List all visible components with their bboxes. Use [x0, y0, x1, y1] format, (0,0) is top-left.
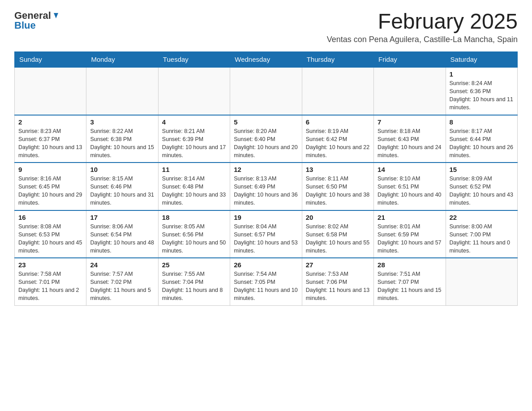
day-info: Sunrise: 8:23 AM Sunset: 6:37 PM Dayligh…	[18, 127, 82, 160]
day-number: 6	[306, 118, 370, 126]
table-row: 19Sunrise: 8:04 AM Sunset: 6:57 PM Dayli…	[230, 210, 302, 258]
calendar-week-row: 23Sunrise: 7:58 AM Sunset: 7:01 PM Dayli…	[15, 258, 518, 305]
table-row: 25Sunrise: 7:55 AM Sunset: 7:04 PM Dayli…	[158, 258, 230, 305]
day-info: Sunrise: 8:01 AM Sunset: 6:59 PM Dayligh…	[378, 223, 442, 255]
day-number: 26	[234, 261, 298, 269]
day-info: Sunrise: 8:20 AM Sunset: 6:40 PM Dayligh…	[234, 127, 298, 160]
day-number: 22	[450, 214, 514, 221]
table-row: 22Sunrise: 8:00 AM Sunset: 7:00 PM Dayli…	[446, 210, 517, 258]
calendar-week-row: 1Sunrise: 8:24 AM Sunset: 6:36 PM Daylig…	[15, 67, 518, 115]
day-number: 24	[90, 261, 154, 269]
table-row: 16Sunrise: 8:08 AM Sunset: 6:53 PM Dayli…	[15, 210, 86, 258]
table-row: 2Sunrise: 8:23 AM Sunset: 6:37 PM Daylig…	[15, 115, 86, 163]
table-row: 7Sunrise: 8:18 AM Sunset: 6:43 PM Daylig…	[374, 115, 446, 163]
day-number: 10	[90, 166, 154, 173]
table-row	[374, 67, 446, 115]
calendar-week-row: 2Sunrise: 8:23 AM Sunset: 6:37 PM Daylig…	[15, 115, 518, 163]
day-number: 13	[306, 166, 370, 173]
col-monday: Monday	[86, 52, 158, 68]
col-thursday: Thursday	[302, 52, 373, 68]
day-info: Sunrise: 7:54 AM Sunset: 7:05 PM Dayligh…	[234, 270, 298, 303]
day-info: Sunrise: 8:18 AM Sunset: 6:43 PM Dayligh…	[378, 127, 442, 160]
day-number: 27	[306, 261, 370, 269]
table-row: 6Sunrise: 8:19 AM Sunset: 6:42 PM Daylig…	[302, 115, 373, 163]
day-info: Sunrise: 8:02 AM Sunset: 6:58 PM Dayligh…	[306, 223, 370, 255]
table-row: 27Sunrise: 7:53 AM Sunset: 7:06 PM Dayli…	[302, 258, 373, 305]
table-row: 24Sunrise: 7:57 AM Sunset: 7:02 PM Dayli…	[86, 258, 158, 305]
day-info: Sunrise: 8:11 AM Sunset: 6:50 PM Dayligh…	[306, 175, 370, 207]
day-number: 12	[234, 166, 298, 173]
day-info: Sunrise: 8:15 AM Sunset: 6:46 PM Dayligh…	[90, 175, 154, 207]
table-row: 5Sunrise: 8:20 AM Sunset: 6:40 PM Daylig…	[230, 115, 302, 163]
day-info: Sunrise: 8:19 AM Sunset: 6:42 PM Dayligh…	[306, 127, 370, 160]
table-row	[15, 67, 86, 115]
table-row	[158, 67, 230, 115]
title-area: February 2025 Ventas con Pena Aguilera, …	[327, 11, 518, 44]
day-info: Sunrise: 8:24 AM Sunset: 6:36 PM Dayligh…	[450, 79, 514, 112]
location-subtitle: Ventas con Pena Aguilera, Castille-La Ma…	[327, 35, 518, 44]
table-row	[86, 67, 158, 115]
table-row: 12Sunrise: 8:13 AM Sunset: 6:49 PM Dayli…	[230, 163, 302, 210]
table-row: 20Sunrise: 8:02 AM Sunset: 6:58 PM Dayli…	[302, 210, 373, 258]
table-row: 4Sunrise: 8:21 AM Sunset: 6:39 PM Daylig…	[158, 115, 230, 163]
day-number: 20	[306, 214, 370, 221]
table-row: 14Sunrise: 8:10 AM Sunset: 6:51 PM Dayli…	[374, 163, 446, 210]
day-number: 14	[378, 166, 442, 173]
day-info: Sunrise: 7:53 AM Sunset: 7:06 PM Dayligh…	[306, 270, 370, 303]
day-info: Sunrise: 8:13 AM Sunset: 6:49 PM Dayligh…	[234, 175, 298, 207]
day-number: 25	[162, 261, 226, 269]
day-info: Sunrise: 8:06 AM Sunset: 6:54 PM Dayligh…	[90, 223, 154, 255]
calendar-table: Sunday Monday Tuesday Wednesday Thursday…	[14, 51, 518, 306]
month-year-title: February 2025	[327, 11, 518, 32]
day-number: 19	[234, 214, 298, 221]
day-number: 21	[378, 214, 442, 221]
table-row: 9Sunrise: 8:16 AM Sunset: 6:45 PM Daylig…	[15, 163, 86, 210]
day-number: 28	[378, 261, 442, 269]
day-number: 11	[162, 166, 226, 173]
day-number: 16	[18, 214, 82, 221]
logo-general-text: General	[14, 11, 51, 21]
table-row: 8Sunrise: 8:17 AM Sunset: 6:44 PM Daylig…	[446, 115, 517, 163]
day-info: Sunrise: 8:04 AM Sunset: 6:57 PM Dayligh…	[234, 223, 298, 255]
table-row: 13Sunrise: 8:11 AM Sunset: 6:50 PM Dayli…	[302, 163, 373, 210]
table-row: 26Sunrise: 7:54 AM Sunset: 7:05 PM Dayli…	[230, 258, 302, 305]
table-row: 3Sunrise: 8:22 AM Sunset: 6:38 PM Daylig…	[86, 115, 158, 163]
day-info: Sunrise: 8:05 AM Sunset: 6:56 PM Dayligh…	[162, 223, 226, 255]
col-friday: Friday	[374, 52, 446, 68]
day-number: 8	[450, 118, 514, 126]
day-number: 15	[450, 166, 514, 173]
day-number: 17	[90, 214, 154, 221]
logo-arrow-icon	[52, 12, 60, 20]
col-tuesday: Tuesday	[158, 52, 230, 68]
day-info: Sunrise: 8:14 AM Sunset: 6:48 PM Dayligh…	[162, 175, 226, 207]
day-info: Sunrise: 7:55 AM Sunset: 7:04 PM Dayligh…	[162, 270, 226, 303]
svg-marker-0	[54, 13, 58, 18]
day-info: Sunrise: 8:22 AM Sunset: 6:38 PM Dayligh…	[90, 127, 154, 160]
day-number: 5	[234, 118, 298, 126]
table-row: 1Sunrise: 8:24 AM Sunset: 6:36 PM Daylig…	[446, 67, 517, 115]
day-info: Sunrise: 8:09 AM Sunset: 6:52 PM Dayligh…	[450, 175, 514, 207]
day-info: Sunrise: 8:16 AM Sunset: 6:45 PM Dayligh…	[18, 175, 82, 207]
page-header: General Blue February 2025 Ventas con Pe…	[14, 11, 518, 44]
day-number: 3	[90, 118, 154, 126]
table-row: 10Sunrise: 8:15 AM Sunset: 6:46 PM Dayli…	[86, 163, 158, 210]
table-row: 11Sunrise: 8:14 AM Sunset: 6:48 PM Dayli…	[158, 163, 230, 210]
col-wednesday: Wednesday	[230, 52, 302, 68]
table-row	[230, 67, 302, 115]
table-row: 17Sunrise: 8:06 AM Sunset: 6:54 PM Dayli…	[86, 210, 158, 258]
day-info: Sunrise: 8:10 AM Sunset: 6:51 PM Dayligh…	[378, 175, 442, 207]
day-info: Sunrise: 8:17 AM Sunset: 6:44 PM Dayligh…	[450, 127, 514, 160]
day-info: Sunrise: 8:08 AM Sunset: 6:53 PM Dayligh…	[18, 223, 82, 255]
day-number: 2	[18, 118, 82, 126]
calendar-week-row: 16Sunrise: 8:08 AM Sunset: 6:53 PM Dayli…	[15, 210, 518, 258]
table-row: 21Sunrise: 8:01 AM Sunset: 6:59 PM Dayli…	[374, 210, 446, 258]
table-row	[302, 67, 373, 115]
col-sunday: Sunday	[15, 52, 86, 68]
table-row: 23Sunrise: 7:58 AM Sunset: 7:01 PM Dayli…	[15, 258, 86, 305]
day-info: Sunrise: 8:00 AM Sunset: 7:00 PM Dayligh…	[450, 223, 514, 255]
day-number: 9	[18, 166, 82, 173]
calendar-header-row: Sunday Monday Tuesday Wednesday Thursday…	[15, 52, 518, 68]
table-row: 18Sunrise: 8:05 AM Sunset: 6:56 PM Dayli…	[158, 210, 230, 258]
table-row	[446, 258, 517, 305]
table-row: 15Sunrise: 8:09 AM Sunset: 6:52 PM Dayli…	[446, 163, 517, 210]
